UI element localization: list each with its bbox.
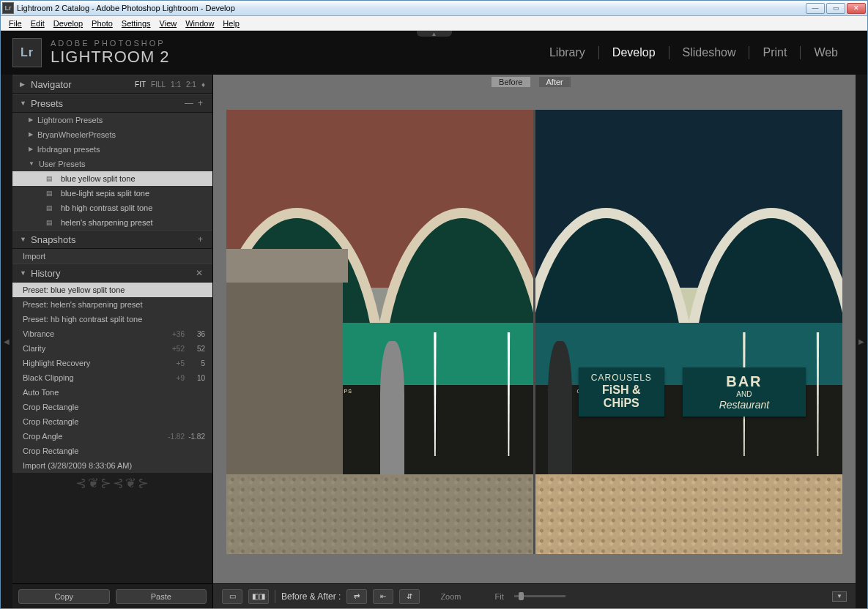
minus-icon[interactable]: — bbox=[182, 98, 196, 108]
history-row[interactable]: Import (3/28/2009 8:33:06 AM) bbox=[12, 458, 212, 473]
navigator-title: Navigator bbox=[31, 79, 72, 90]
copy-paste-bar: Copy Paste bbox=[12, 583, 212, 608]
preset-icon: ▤ bbox=[46, 219, 56, 226]
module-print[interactable]: Print bbox=[749, 46, 800, 59]
left-collapse[interactable]: ◀ bbox=[1, 75, 12, 608]
nav-fill[interactable]: FILL bbox=[151, 81, 166, 89]
brand-line2: LIGHTROOM 2 bbox=[51, 48, 170, 67]
chevron-right-icon: ▶ bbox=[20, 81, 26, 88]
bar-sign: BARANDRestaurant bbox=[683, 367, 806, 416]
preset-icon: ▤ bbox=[46, 175, 56, 182]
preset-item[interactable]: ▤blue-light sepia split tone bbox=[12, 186, 212, 201]
brand-line1: ADOBE PHOTOSHOP bbox=[51, 39, 170, 48]
snapshots-list: Import bbox=[12, 249, 212, 264]
zoom-slider[interactable] bbox=[514, 595, 565, 597]
history-row[interactable]: Black Clipping+910 bbox=[12, 370, 212, 385]
navigator-header[interactable]: ▶ Navigator FIT FILL 1:1 2:1 ♦ bbox=[12, 75, 212, 94]
right-collapse[interactable]: ▶ bbox=[856, 75, 867, 608]
develop-toolbar: ▭ ◧◨ Before & After : ⇄ ⇤ ⇵ Zoom Fit ▼ bbox=[213, 583, 856, 608]
menu-settings[interactable]: Settings bbox=[118, 18, 155, 29]
loupe-view-button[interactable]: ▭ bbox=[222, 589, 242, 604]
paste-button[interactable]: Paste bbox=[116, 589, 207, 604]
plus-icon[interactable]: + bbox=[196, 234, 205, 244]
preset-icon: ▤ bbox=[46, 204, 56, 212]
presets-tree: ▶Lightroom Presets ▶BryanWheelerPresets … bbox=[12, 113, 212, 230]
history-row[interactable]: Crop Rectangle bbox=[12, 444, 212, 458]
chevron-down-icon: ▼ bbox=[20, 236, 26, 243]
plus-icon[interactable]: + bbox=[196, 98, 205, 108]
copy-button[interactable]: Copy bbox=[18, 589, 110, 604]
ba-label: Before & After : bbox=[281, 591, 341, 602]
module-library[interactable]: Library bbox=[536, 46, 598, 59]
lr-badge: Lr bbox=[12, 38, 42, 67]
menu-develop[interactable]: Develop bbox=[50, 18, 86, 29]
history-row[interactable]: Crop Rectangle bbox=[12, 414, 212, 429]
maximize-button[interactable]: ▭ bbox=[826, 3, 845, 14]
chevron-down-icon: ▼ bbox=[20, 100, 26, 107]
preset-item[interactable]: ▤helen's sharpening preset bbox=[12, 215, 212, 230]
window-title: Lightroom 2 Catalog - Adobe Photoshop Li… bbox=[17, 4, 806, 12]
before-after-view[interactable]: TEA COFFEE FISH & CHIPS bbox=[226, 110, 842, 554]
preset-folder-user[interactable]: ▼User Presets bbox=[12, 157, 212, 171]
menu-photo[interactable]: Photo bbox=[88, 18, 116, 29]
after-image: TEA COFFEE FISH & CHIPS CAROUSELSFiSH &C… bbox=[535, 110, 842, 554]
history-row[interactable]: Highlight Recovery+55 bbox=[12, 356, 212, 370]
history-row[interactable]: Preset: hb high contrast split tone bbox=[12, 312, 212, 326]
chevron-down-icon: ▼ bbox=[20, 269, 26, 277]
zoom-label: Zoom bbox=[440, 592, 461, 601]
history-header[interactable]: ▼ History ✕ bbox=[12, 264, 212, 283]
history-title: History bbox=[31, 268, 60, 279]
history-list: Preset: blue yellow split tone Preset: h… bbox=[12, 283, 212, 473]
history-row[interactable]: Vibrance+3636 bbox=[12, 326, 212, 341]
nav-fit[interactable]: FIT bbox=[135, 81, 146, 89]
preset-item[interactable]: ▤blue yellow split tone bbox=[12, 171, 212, 186]
copy-before-button[interactable]: ⇤ bbox=[373, 589, 393, 604]
close-button[interactable]: ✕ bbox=[847, 3, 866, 14]
fit-label: Fit bbox=[495, 592, 504, 601]
module-develop[interactable]: Develop bbox=[599, 46, 669, 59]
preset-folder[interactable]: ▶Lightroom Presets bbox=[12, 113, 212, 127]
history-row[interactable]: Preset: blue yellow split tone bbox=[12, 283, 212, 297]
before-after-button[interactable]: ◧◨ bbox=[248, 589, 269, 604]
carousels-sign: CAROUSELSFiSH &CHiPS bbox=[579, 367, 664, 416]
preset-icon: ▤ bbox=[46, 190, 56, 197]
toolbar-options-button[interactable]: ▼ bbox=[832, 591, 847, 602]
nav-21[interactable]: 2:1 bbox=[186, 81, 196, 89]
preset-item[interactable]: ▤hb high contrast split tone bbox=[12, 201, 212, 215]
nav-11[interactable]: 1:1 bbox=[171, 81, 181, 89]
app-icon: Lr bbox=[2, 2, 14, 14]
history-row[interactable]: Crop Rectangle bbox=[12, 400, 212, 414]
module-slideshow[interactable]: Slideshow bbox=[669, 46, 749, 59]
menu-window[interactable]: Window bbox=[182, 18, 218, 29]
history-row[interactable]: Clarity+5252 bbox=[12, 341, 212, 356]
preset-folder[interactable]: ▶BryanWheelerPresets bbox=[12, 127, 212, 142]
clear-history-icon[interactable]: ✕ bbox=[193, 268, 205, 278]
copy-after-button[interactable]: ⇵ bbox=[399, 589, 420, 604]
center-area: Before After TEA COFFEE FISH & CHIPS bbox=[213, 75, 856, 608]
menu-help[interactable]: Help bbox=[219, 18, 243, 29]
module-web[interactable]: Web bbox=[801, 46, 851, 59]
snapshots-header[interactable]: ▼ Snapshots + bbox=[12, 230, 212, 249]
left-panel: ▶ Navigator FIT FILL 1:1 2:1 ♦ ▼ Presets bbox=[12, 75, 213, 608]
window-title-bar: Lr Lightroom 2 Catalog - Adobe Photoshop… bbox=[1, 1, 867, 16]
presets-header[interactable]: ▼ Presets — + bbox=[12, 94, 212, 113]
menu-edit[interactable]: Edit bbox=[27, 18, 48, 29]
snapshots-title: Snapshots bbox=[31, 234, 75, 245]
top-panel-collapse[interactable]: ▲ bbox=[417, 31, 452, 37]
panel-ornament: ⊰❦⊱⊰❦⊱ bbox=[12, 473, 212, 493]
after-label: After bbox=[539, 77, 571, 87]
menu-file[interactable]: File bbox=[5, 18, 26, 29]
history-row[interactable]: Crop Angle-1.82-1.82 bbox=[12, 429, 212, 444]
identity-plate: Lr ADOBE PHOTOSHOP LIGHTROOM 2 Library D… bbox=[1, 31, 867, 75]
snapshot-row[interactable]: Import bbox=[12, 249, 212, 264]
before-label: Before bbox=[492, 77, 530, 87]
module-picker: Library Develop Slideshow Print Web bbox=[536, 46, 851, 59]
presets-title: Presets bbox=[31, 98, 63, 109]
nav-more-icon[interactable]: ♦ bbox=[201, 81, 205, 89]
history-row[interactable]: Auto Tone bbox=[12, 385, 212, 400]
swap-button[interactable]: ⇄ bbox=[346, 589, 367, 604]
minimize-button[interactable]: — bbox=[806, 3, 825, 14]
history-row[interactable]: Preset: helen's sharpening preset bbox=[12, 297, 212, 312]
preset-folder[interactable]: ▶lrbdragan presets bbox=[12, 142, 212, 157]
menu-view[interactable]: View bbox=[156, 18, 181, 29]
